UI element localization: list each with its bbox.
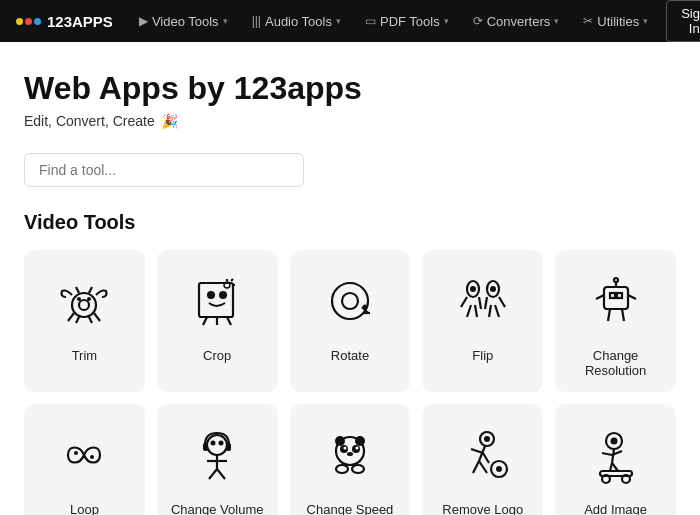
removelogo-icon (448, 420, 518, 490)
audio-icon: ||| (252, 14, 261, 28)
rotate-label: Rotate (331, 348, 369, 363)
svg-line-79 (602, 453, 612, 455)
tool-addimage[interactable]: Add Image (555, 404, 676, 515)
svg-point-64 (347, 452, 353, 456)
dot-blue (34, 18, 41, 25)
signin-button[interactable]: Sign In (666, 0, 700, 42)
svg-line-42 (608, 309, 610, 321)
hero-section: Web Apps by 123apps Edit, Convert, Creat… (0, 42, 700, 145)
speed-icon (315, 420, 385, 490)
rotate-icon (315, 266, 385, 336)
svg-line-78 (612, 449, 614, 463)
svg-rect-38 (610, 293, 615, 298)
addimage-icon (581, 420, 651, 490)
svg-point-21 (342, 293, 358, 309)
chevron-down-icon: ▾ (223, 16, 228, 26)
svg-line-36 (495, 305, 499, 317)
chevron-down-icon: ▾ (554, 16, 559, 26)
tool-crop[interactable]: Crop (157, 250, 278, 392)
logo[interactable]: 123APPS (16, 13, 113, 30)
svg-point-0 (72, 293, 96, 317)
video-icon: ▶ (139, 14, 148, 28)
svg-point-62 (343, 447, 346, 450)
svg-line-35 (489, 305, 491, 317)
chevron-down-icon: ▾ (336, 16, 341, 26)
svg-point-68 (484, 436, 490, 442)
svg-point-63 (355, 447, 358, 450)
svg-point-1 (79, 300, 89, 310)
nav-item-pdf[interactable]: ▭ PDF Tools ▾ (355, 0, 459, 42)
tool-resolution[interactable]: Change Resolution (555, 250, 676, 392)
svg-point-65 (336, 465, 348, 473)
svg-point-48 (207, 435, 227, 455)
svg-line-55 (209, 469, 217, 479)
search-area (0, 145, 700, 187)
trim-label: Trim (72, 348, 98, 363)
svg-line-15 (231, 279, 233, 281)
tool-rotate[interactable]: Rotate (290, 250, 411, 392)
addimage-label: Add Image (584, 502, 647, 515)
utilities-icon: ✂ (583, 14, 593, 28)
speed-label: Change Speed (307, 502, 394, 515)
nav-item-audio[interactable]: ||| Audio Tools ▾ (242, 0, 351, 42)
navbar: 123APPS ▶ Video Tools ▾ ||| Audio Tools … (0, 0, 700, 42)
subtitle-text: Edit, Convert, Create (24, 113, 155, 129)
svg-point-58 (335, 436, 345, 446)
nav-item-utilities[interactable]: ✂ Utilities ▾ (573, 0, 658, 42)
crop-icon (182, 266, 252, 336)
tool-speed[interactable]: Change Speed (290, 404, 411, 515)
tool-loop[interactable]: Loop (24, 404, 145, 515)
converters-icon: ⟳ (473, 14, 483, 28)
svg-point-49 (211, 441, 216, 446)
svg-point-26 (470, 286, 476, 292)
svg-point-77 (610, 438, 617, 445)
svg-point-32 (490, 286, 496, 292)
svg-line-72 (473, 461, 479, 473)
resolution-icon (581, 266, 651, 336)
crop-label: Crop (203, 348, 231, 363)
loop-label: Loop (70, 502, 99, 515)
party-emoji: 🎉 (161, 113, 178, 129)
video-tools-section: Video Tools (0, 187, 700, 515)
flip-icon (448, 266, 518, 336)
svg-point-41 (614, 278, 618, 282)
nav-label-video: Video Tools (152, 14, 219, 29)
search-input[interactable] (24, 153, 304, 187)
svg-line-71 (483, 453, 489, 463)
trim-icon (49, 266, 119, 336)
removelogo-label: Remove Logo (442, 502, 523, 515)
svg-point-47 (90, 455, 94, 459)
svg-point-12 (219, 291, 227, 299)
chevron-down-icon: ▾ (643, 16, 648, 26)
nav-item-converters[interactable]: ⟳ Converters ▾ (463, 0, 570, 42)
svg-rect-39 (617, 293, 622, 298)
nav-label-audio: Audio Tools (265, 14, 332, 29)
tool-volume[interactable]: Change Volume (157, 404, 278, 515)
volume-label: Change Volume (171, 502, 264, 515)
svg-line-33 (485, 297, 487, 309)
svg-line-5 (94, 313, 100, 321)
pdf-icon: ▭ (365, 14, 376, 28)
svg-point-50 (219, 441, 224, 446)
svg-point-20 (332, 283, 368, 319)
svg-line-19 (227, 317, 231, 325)
svg-line-73 (479, 461, 487, 473)
nav-label-utilities: Utilities (597, 14, 639, 29)
volume-icon (182, 420, 252, 490)
logo-text: 123APPS (47, 13, 113, 30)
svg-line-17 (203, 317, 207, 325)
tool-removelogo[interactable]: Remove Logo (422, 404, 543, 515)
svg-point-66 (352, 465, 364, 473)
dot-red (25, 18, 32, 25)
svg-point-24 (362, 305, 367, 310)
svg-line-34 (499, 297, 505, 307)
tool-flip[interactable]: Flip (422, 250, 543, 392)
hero-subtitle: Edit, Convert, Create 🎉 (24, 113, 676, 129)
video-tools-title: Video Tools (24, 211, 676, 234)
svg-line-45 (628, 295, 636, 299)
nav-item-video[interactable]: ▶ Video Tools ▾ (129, 0, 238, 42)
svg-point-46 (74, 451, 78, 455)
tool-trim[interactable]: Trim (24, 250, 145, 392)
svg-line-56 (217, 469, 225, 479)
svg-point-6 (77, 297, 81, 301)
